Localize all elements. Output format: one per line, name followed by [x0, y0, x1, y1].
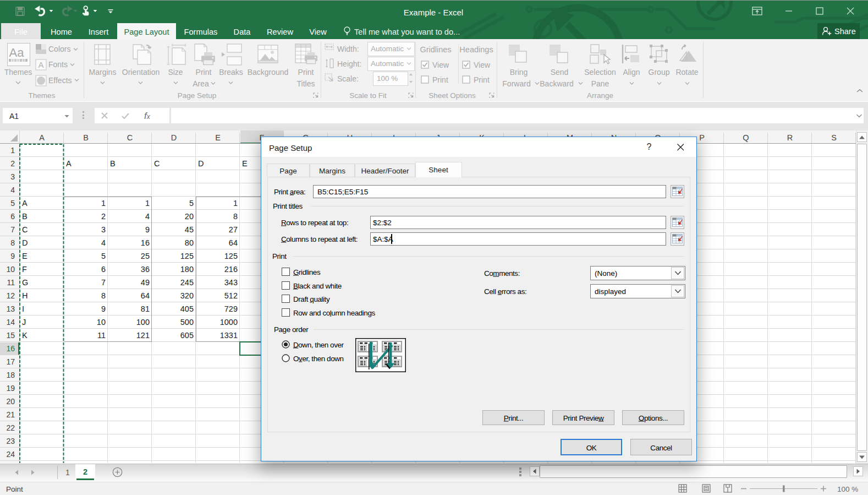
svg-text:A: A [38, 60, 43, 69]
